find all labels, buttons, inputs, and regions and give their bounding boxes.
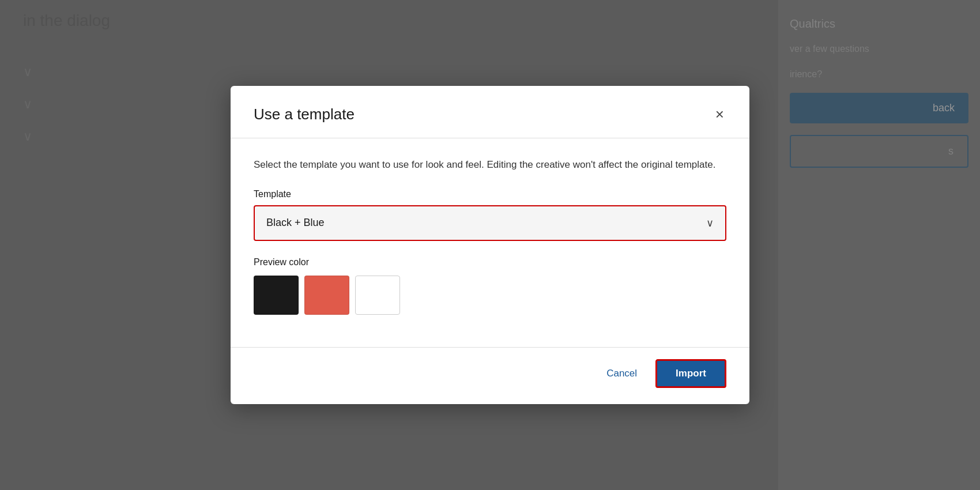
template-selected-value: Black + Blue — [266, 217, 325, 229]
modal-title: Use a template — [254, 105, 355, 123]
import-button[interactable]: Import — [655, 359, 726, 388]
modal-footer: Cancel Import — [231, 348, 749, 404]
use-template-dialog: Use a template × Select the template you… — [231, 86, 749, 404]
chevron-down-icon: ∨ — [706, 217, 714, 229]
cancel-button[interactable]: Cancel — [597, 362, 646, 385]
color-swatches-container — [254, 276, 726, 315]
modal-header: Use a template × — [231, 86, 749, 138]
color-swatch-coral[interactable] — [304, 276, 349, 315]
modal-description: Select the template you want to use for … — [254, 157, 726, 172]
template-field-label: Template — [254, 189, 726, 199]
modal-overlay: Use a template × Select the template you… — [0, 0, 980, 490]
close-button[interactable]: × — [713, 104, 726, 124]
template-dropdown[interactable]: Black + Blue ∨ — [254, 205, 726, 241]
color-swatch-black[interactable] — [254, 276, 299, 315]
preview-color-label: Preview color — [254, 257, 726, 267]
modal-body: Select the template you want to use for … — [231, 138, 749, 333]
color-swatch-white[interactable] — [355, 276, 400, 315]
